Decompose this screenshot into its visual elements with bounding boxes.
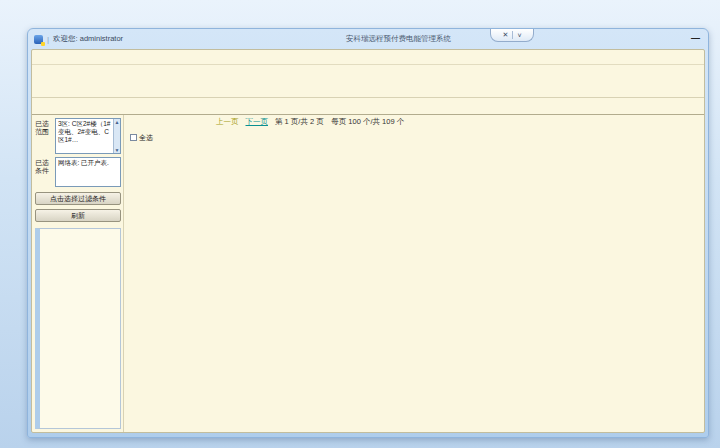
app-icon — [34, 35, 43, 44]
building-tree — [35, 228, 121, 429]
selected-cond-text: 网络表: 已开户表. — [58, 159, 109, 166]
scroll-up-icon[interactable]: ▲ — [115, 119, 120, 125]
ribbon — [32, 65, 704, 98]
welcome-text: 欢迎您: administrator — [53, 34, 123, 44]
window-title: 安科瑞远程预付费电能管理系统 — [346, 34, 451, 44]
content-area: 已选范围 3区: C区2#楼（1#变电、2#变电、C区1#… ▲ ▼ 已选条件 … — [32, 115, 704, 432]
window-control-bubble[interactable]: ✕ ˅ — [490, 29, 534, 42]
pagination-bar: 上一页 下一页 第 1 页/共 2 页 每页 100 个/共 109 个 — [126, 115, 702, 128]
close-icon[interactable]: ✕ — [503, 31, 509, 39]
collapse-ribbon-icon[interactable]: ˅ — [517, 32, 521, 39]
titlebar: | 欢迎您: administrator 安科瑞远程预付费电能管理系统 ✕ ˅ … — [28, 29, 708, 49]
selected-cond-box[interactable]: 网络表: 已开户表. — [55, 157, 121, 187]
selected-range-label: 已选范围 — [35, 118, 53, 154]
select-all-label: 全选 — [139, 133, 153, 143]
scroll-down-icon[interactable]: ▼ — [115, 147, 120, 153]
sidebar: 已选范围 3区: C区2#楼（1#变电、2#变电、C区1#… ▲ ▼ 已选条件 … — [32, 115, 124, 432]
menu-bar — [32, 50, 704, 65]
minimize-icon[interactable]: — — [691, 33, 700, 43]
choose-filter-button[interactable]: 点击选择过滤条件 — [35, 192, 121, 205]
meter-card-grid — [126, 147, 702, 150]
titlebar-separator: | — [47, 35, 49, 44]
selected-cond-label: 已选条件 — [35, 157, 53, 187]
select-all-checkbox[interactable] — [130, 134, 137, 141]
range-scrollbar[interactable]: ▲ ▼ — [113, 119, 120, 153]
selected-range-text: 3区: C区2#楼（1#变电、2#变电、C区1#… — [58, 120, 110, 143]
main-area: 上一页 下一页 第 1 页/共 2 页 每页 100 个/共 109 个 全选 — [124, 115, 704, 432]
refresh-button[interactable]: 刷新 — [35, 209, 121, 222]
bubble-divider — [512, 31, 513, 39]
main-panel: 已选范围 3区: C区2#楼（1#变电、2#变电、C区1#… ▲ ▼ 已选条件 … — [31, 49, 705, 433]
next-page-link[interactable]: 下一页 — [246, 117, 269, 127]
select-all[interactable]: 全选 — [130, 133, 153, 143]
prev-page-link[interactable]: 上一页 — [216, 117, 239, 127]
app-window: | 欢迎您: administrator 安科瑞远程预付费电能管理系统 ✕ ˅ … — [27, 28, 709, 438]
selected-range-box[interactable]: 3区: C区2#楼（1#变电、2#变电、C区1#… ▲ ▼ — [55, 118, 121, 154]
tab-strip — [32, 98, 704, 115]
action-toolbar: 全选 — [126, 128, 702, 147]
page-info: 第 1 页/共 2 页 每页 100 个/共 109 个 — [275, 117, 404, 127]
